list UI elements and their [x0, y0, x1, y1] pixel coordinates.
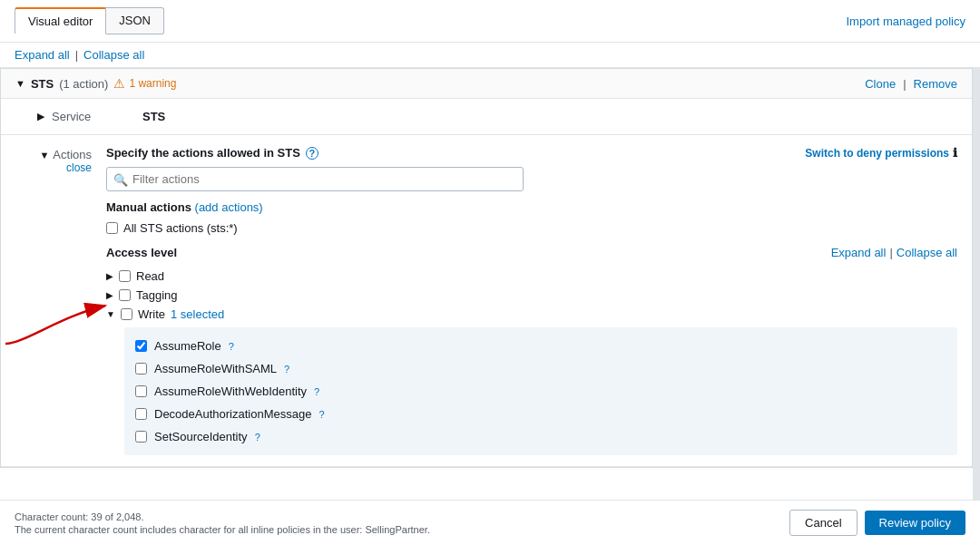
access-item-read: ▶ Read [106, 267, 957, 286]
write-toggle[interactable]: ▼ [106, 309, 115, 319]
read-checkbox[interactable] [119, 270, 131, 282]
set-source-item: SetSourceIdentity ? [135, 425, 946, 448]
scrollbar[interactable] [973, 68, 980, 500]
actions-section-wrapper: ▼ Actions close Specify the actions allo… [1, 135, 972, 467]
actions-section: ▼ Actions close Specify the actions allo… [1, 135, 972, 467]
assume-role-saml-checkbox[interactable] [135, 363, 147, 375]
remove-link[interactable]: Remove [914, 77, 957, 91]
clone-link[interactable]: Clone [865, 77, 896, 91]
tagging-label: Tagging [136, 288, 178, 302]
all-sts-checkbox[interactable] [106, 222, 118, 234]
collapse-all-link[interactable]: Collapse all [897, 246, 957, 259]
manual-actions: Manual actions (add actions) [106, 200, 957, 214]
assume-role-checkbox[interactable] [135, 340, 147, 352]
decode-auth-item: DecodeAuthorizationMessage ? [135, 403, 946, 425]
write-checkbox[interactable] [121, 308, 132, 320]
divider: | [75, 48, 78, 62]
tagging-checkbox[interactable] [119, 289, 131, 301]
actions-title: Specify the actions allowed in STS ? Swi… [106, 146, 957, 160]
set-source-label: SetSourceIdentity [154, 430, 248, 443]
expand-all-link-top[interactable]: Expand all [15, 48, 70, 62]
all-sts-label: All STS actions (sts:*) [123, 221, 238, 235]
sts-header: ▼ STS (1 action) ⚠ 1 warning Clone | Rem… [1, 69, 972, 99]
decode-auth-checkbox[interactable] [135, 408, 147, 420]
tagging-toggle[interactable]: ▶ [106, 290, 113, 300]
add-actions-link[interactable]: (add actions) [195, 200, 263, 214]
assume-role-saml-item: AssumeRoleWithSAML ? [135, 357, 946, 380]
assume-role-item: AssumeRole ? [135, 335, 946, 357]
info-icon: ℹ [953, 146, 957, 160]
review-policy-button[interactable]: Review policy [865, 511, 965, 535]
assume-role-help[interactable]: ? [229, 341, 234, 352]
char-count-line2: The current character count includes cha… [15, 524, 430, 535]
access-level-controls: Expand all | Collapse all [831, 246, 957, 259]
access-item-write: ▼ Write 1 selected [106, 305, 957, 324]
write-label: Write [138, 307, 165, 321]
warning-icon: ⚠ [113, 76, 125, 91]
tabs: Visual editor JSON [15, 7, 164, 34]
warning-text: 1 warning [129, 77, 176, 90]
access-level-header: Access level Expand all | Collapse all [106, 246, 957, 259]
policy-block: ▼ STS (1 action) ⚠ 1 warning Clone | Rem… [0, 68, 973, 468]
expand-collapse-bar: Expand all | Collapse all [0, 43, 980, 68]
actions-left: ▼ Actions close [15, 146, 106, 455]
access-item-tagging: ▶ Tagging [106, 286, 957, 305]
read-toggle[interactable]: ▶ [106, 271, 113, 281]
actions-label-text: Actions [53, 148, 92, 161]
decode-auth-label: DecodeAuthorizationMessage [154, 407, 311, 421]
filter-actions-input[interactable] [106, 167, 524, 191]
actions-label: ▼ Actions [39, 148, 92, 161]
set-source-checkbox[interactable] [135, 431, 147, 443]
actions-close-link[interactable]: close [66, 161, 92, 174]
cancel-button[interactable]: Cancel [789, 510, 857, 536]
actions-toggle-icon[interactable]: ▼ [39, 150, 49, 161]
sts-left: ▼ STS (1 action) ⚠ 1 warning [15, 76, 176, 91]
char-count-line1: Character count: 39 of 2,048. [15, 511, 430, 522]
bottom-bar: Character count: 39 of 2,048. The curren… [0, 500, 980, 545]
assume-role-web-checkbox[interactable] [135, 385, 147, 397]
decode-auth-help[interactable]: ? [318, 409, 324, 420]
top-bar: Visual editor JSON Import managed policy [0, 0, 980, 43]
sts-toggle[interactable]: ▼ [15, 78, 25, 89]
actions-right: Specify the actions allowed in STS ? Swi… [106, 146, 957, 455]
sts-count: (1 action) [59, 77, 108, 91]
service-value: STS [142, 110, 165, 123]
write-selected-count: 1 selected [171, 307, 224, 321]
filter-input-wrapper: 🔍 [106, 167, 957, 191]
assume-role-saml-help[interactable]: ? [284, 364, 289, 375]
manual-actions-label: Manual actions [106, 200, 191, 214]
read-label: Read [136, 269, 164, 283]
set-source-help[interactable]: ? [255, 432, 260, 443]
assume-role-web-help[interactable]: ? [314, 386, 319, 397]
warning-badge: ⚠ 1 warning [113, 76, 176, 91]
tab-json[interactable]: JSON [106, 7, 164, 34]
sts-actions: Clone | Remove [865, 77, 957, 91]
all-sts-row: All STS actions (sts:*) [106, 221, 957, 235]
collapse-all-link-top[interactable]: Collapse all [83, 48, 144, 62]
scrollable-area: ▼ STS (1 action) ⚠ 1 warning Clone | Rem… [0, 68, 973, 500]
expand-all-link[interactable]: Expand all [831, 246, 887, 259]
content-area: ▼ STS (1 action) ⚠ 1 warning Clone | Rem… [0, 68, 980, 500]
access-level-label: Access level [106, 246, 177, 259]
actions-help-icon[interactable]: ? [306, 147, 318, 160]
service-row: ▶ Service STS [1, 99, 972, 135]
assume-role-web-label: AssumeRoleWithWebIdentity [154, 384, 307, 398]
switch-deny-btn[interactable]: Switch to deny permissions ℹ [805, 146, 957, 160]
page-wrapper: Visual editor JSON Import managed policy… [0, 0, 980, 545]
import-managed-policy-link[interactable]: Import managed policy [846, 15, 965, 28]
service-label: Service [52, 110, 124, 123]
bottom-actions: Cancel Review policy [789, 510, 965, 536]
actions-title-text: Specify the actions allowed in STS [106, 146, 300, 160]
assume-role-web-item: AssumeRoleWithWebIdentity ? [135, 380, 946, 403]
tab-visual-editor[interactable]: Visual editor [15, 7, 106, 34]
char-count: Character count: 39 of 2,048. The curren… [15, 511, 430, 535]
assume-role-saml-label: AssumeRoleWithSAML [154, 362, 277, 375]
sts-title: STS [31, 77, 54, 91]
search-icon: 🔍 [113, 172, 128, 186]
service-toggle[interactable]: ▶ [37, 111, 44, 122]
write-expanded-section: AssumeRole ? AssumeRoleWithSAML ? [124, 327, 957, 455]
assume-role-label: AssumeRole [154, 339, 221, 353]
